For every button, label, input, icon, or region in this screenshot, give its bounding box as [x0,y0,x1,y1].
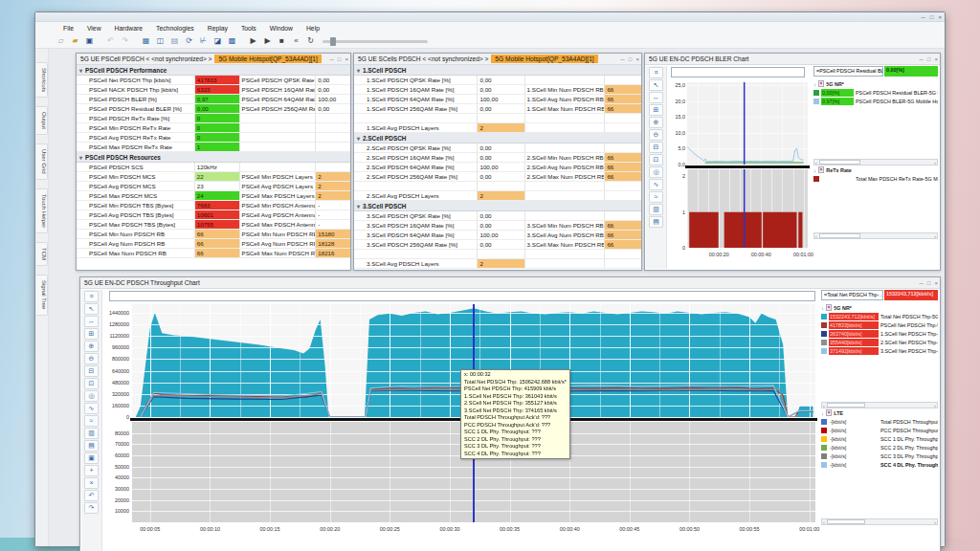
open-file-icon[interactable]: ▰ [69,35,81,47]
redo-zoom-icon[interactable]: ↷ [84,502,99,514]
thp-filter-input[interactable] [109,291,815,301]
table-row[interactable]: PSCell Max PDSCH ReTx Rate1 [77,143,350,152]
scells-window-titlebar[interactable]: 5G UE SCells PDSCH < <not synchronized> … [354,54,641,65]
legend-item[interactable]: -[kbit/s]PCC PDSCH Throughput Ack'd-5G M… [821,426,938,434]
add-series-icon[interactable]: + [84,465,99,476]
scroll-left-icon[interactable]: ‹ [823,403,825,408]
close-icon[interactable]: × [938,12,942,22]
legend-item[interactable]: -[kbit/s]SCC 1 DL Phy. Throughput-5G Mob… [821,434,938,443]
legend-item[interactable]: 363740[kbit/s]1.SCell Net PDSCH Thp-5G M… [821,329,938,338]
app-titlebar[interactable]: ─□× [35,12,945,22]
section-header[interactable]: ▾3.SCell PDSCH [354,201,641,211]
scroll-left-icon[interactable]: ‹ [815,160,817,165]
scrollbar-thumb[interactable] [827,519,865,524]
legend-item[interactable]: -[kbit/s]SCC 3 DL Phy. Throughput-5G Mob… [821,452,938,460]
table-row[interactable]: PSCell Net PDSCH Thp [kbit/s]417833PSCel… [77,76,350,85]
undo-icon[interactable]: ↶ [104,35,117,47]
table-row[interactable]: 1.SCell PDSCH 16QAM Rate [%]0,001.SCell … [354,85,641,95]
table-row[interactable] [354,250,641,259]
scells-device-tab[interactable]: 5G Mobile Hotspot[QP_53A4AD][1] [491,55,597,63]
table-row[interactable]: PSCell PDSCH BLER [%]0,97PSCell PDSCH 64… [77,95,350,104]
remove-series-icon[interactable]: × [826,304,833,311]
bler-top-plot[interactable] [687,82,808,165]
scroll-right-icon[interactable]: › [934,403,936,408]
table-row[interactable]: PSCell Max PDSCH MCS24PSCell Max PDSCH L… [77,191,350,201]
legend-item[interactable]: -[kbit/s]SCC 4 DL Phy. Throughput-5G Mob… [821,460,938,469]
collapse-icon[interactable]: ▾ [357,203,360,209]
zoom-reset-icon[interactable]: ◎ [84,390,99,402]
bler-filter-input[interactable] [671,67,805,77]
collapse-icon[interactable]: ▾ [79,154,82,161]
stop-icon[interactable]: ■ [276,35,288,47]
export-icon[interactable]: ▤ [649,216,663,228]
scroll-right-icon[interactable]: › [934,519,936,525]
legend-item[interactable]: 1532243,712[kbit/s]Total Net PDSCH Thp-5… [821,312,938,320]
legend-item[interactable]: Total Max PDSCH ReTx Rate-5G Mobile [813,174,938,183]
menu-tools[interactable]: Tools [234,25,263,32]
sidebar-tab-user-grid[interactable]: User Grid [36,143,48,180]
menu-hardware[interactable]: Hardware [108,25,149,32]
refresh-views-icon[interactable]: ⟳ [183,35,195,47]
legend-item[interactable]: 417833[kbit/s]PSCell Net PDSCH Thp-5G Mo… [821,320,938,329]
pscell-device-tab[interactable]: 5G Mobile Hotspot[QP_53A4AD][1] [214,55,321,63]
sort-down-icon[interactable]: ↓ [821,410,824,416]
remove-series-icon[interactable]: × [818,166,825,173]
table-row[interactable]: PSCell Min PDSCH ReTx Rate0 [77,123,350,133]
table-row[interactable]: 3.SCell PDSCH 256QAM Rate [%]0,003.SCell… [354,240,641,250]
chart-icon[interactable]: ◪ [212,35,224,47]
section-header[interactable]: ▾PSCell PDSCH Resources [77,152,350,163]
thp-window-controls[interactable]: ─□× [920,278,938,288]
tree-icon[interactable]: ⊬ [197,35,210,47]
table-row[interactable]: PSCell Avg Num PDSCH RB66PSCell Avg Num … [77,239,350,249]
save-icon[interactable]: ▣ [83,35,96,47]
zoom-y-icon[interactable]: ⊡ [84,378,99,389]
table-row[interactable]: 2.SCell PDSCH 64QAM Rate [%]100,002.SCel… [354,163,641,172]
table-row[interactable]: PSCell Avg PDSCH MCS23PSCell Avg PDSCH L… [77,182,350,191]
bler-window-controls[interactable]: ─□× [920,55,938,64]
legend-group-header[interactable]: ↓×5G NR* [813,79,938,88]
curve-icon[interactable]: ∿ [84,403,99,414]
thp-window-titlebar[interactable]: 5G UE EN-DC PDSCH Throughput Chart ─□× [80,277,940,289]
remove-series-icon[interactable]: × [826,409,833,416]
menu-replay[interactable]: Replay [201,25,234,32]
table-row[interactable]: 3.SCell PDSCH 16QAM Rate [%]0,003.SCell … [354,221,641,231]
skip-start-icon[interactable]: « [290,35,302,47]
zoom-x-icon[interactable]: ⊟ [84,365,99,377]
collapse-icon[interactable]: ▾ [79,67,82,74]
slider-handle-icon[interactable] [330,37,336,46]
pan-icon[interactable]: ↔ [84,316,99,327]
collapse-icon[interactable]: ▾ [357,67,360,74]
table-row[interactable]: 1.SCell PDSCH 256QAM Rate [%]0,001.SCell… [354,104,641,114]
scroll-right-icon[interactable]: › [934,233,936,239]
table-row[interactable]: 1.SCell PDSCH QPSK Rate [%]0,00 [354,76,641,85]
copy-icon[interactable]: ▣ [84,452,99,464]
curves-icon[interactable]: ≈ [84,415,99,427]
layout-icon[interactable]: ▤ [168,35,181,47]
legend-item[interactable]: -[kbit/s]Total PDSCH Throughput Ack'd-5G… [821,417,938,426]
table-row[interactable]: 2.SCell PDSCH QPSK Rate [%]0,00 [354,143,641,153]
sort-down-icon[interactable]: ↓ [821,305,824,311]
collapse-icon[interactable]: ▾ [357,135,360,142]
table-row[interactable]: PSCell Min Num PDSCH RB66PSCell Min Num … [77,230,350,239]
legend-item[interactable]: 0,97[%]PSCell PDSCH BLER-5G Mobile Hotsp… [813,97,938,105]
zoom-window-icon[interactable]: ⊞ [84,328,99,340]
minimize-icon[interactable]: ─ [922,12,925,22]
chart-menu-icon[interactable]: ≡ [84,291,99,302]
curves-icon[interactable]: ≈ [649,191,663,203]
snapshot-icon[interactable]: ▥ [84,428,99,439]
section-header[interactable]: ▾PSCell PDSCH Performance [77,65,350,76]
legend-scrollbar[interactable]: ‹› [813,159,938,165]
table-row[interactable]: PSCell Max PDSCH TBS [Bytes]10755PSCell … [77,220,350,230]
curve-icon[interactable]: ∿ [649,179,663,190]
zoom-in-icon[interactable]: ⊕ [84,341,99,352]
menu-file[interactable]: File [56,25,80,32]
scroll-right-icon[interactable]: › [934,160,936,165]
replay-speed-slider[interactable] [323,40,428,43]
legend-item[interactable]: 0,00[%]PSCell PDSCH Residual BLER-5G Mob… [813,88,938,97]
scroll-left-icon[interactable]: ‹ [815,233,817,239]
table-row[interactable]: 2.SCell PDSCH 16QAM Rate [%]0,002.SCell … [354,153,641,163]
bler-legend-header-label[interactable]: =PSCell PDSCH Residual BLER-5G ... [813,66,883,77]
legend-scrollbar[interactable]: ‹› [821,518,938,525]
remove-series-icon[interactable]: × [84,477,99,489]
play-icon[interactable]: ▶ [247,35,259,47]
